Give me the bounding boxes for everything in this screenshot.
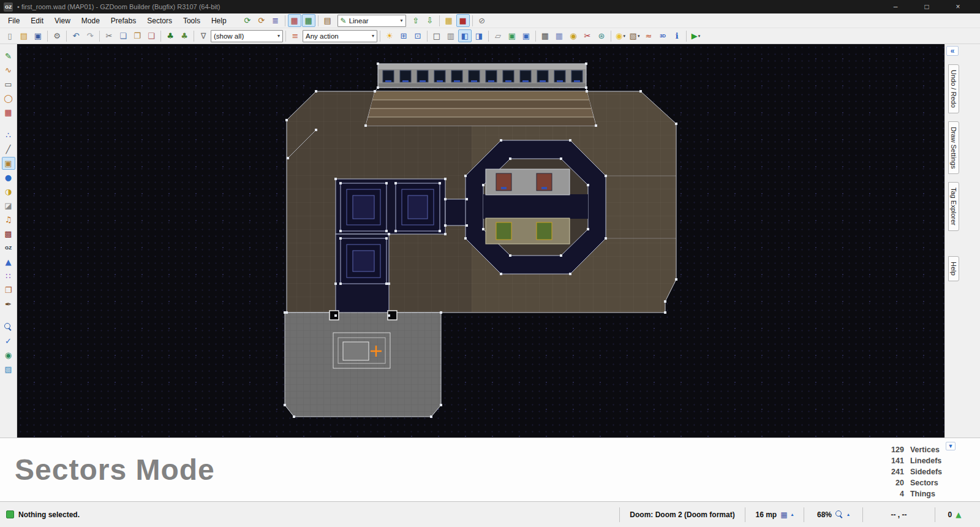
maximize-button[interactable]: □ — [913, 0, 940, 13]
map-stairs[interactable] — [366, 91, 596, 126]
split-sectors-icon[interactable]: ✂ — [581, 29, 594, 42]
minimize-button[interactable]: – — [882, 0, 909, 13]
draw-grid-mode-icon[interactable]: ▦ — [2, 106, 15, 119]
close-button[interactable]: × — [944, 0, 971, 13]
view-globe-icon[interactable]: ◉ — [2, 349, 15, 362]
sectors-mode-icon[interactable]: ▣ — [2, 157, 15, 170]
brightness-toggle-icon[interactable]: ☀ — [383, 29, 396, 42]
warnings-status[interactable]: 0 ▲ — [935, 507, 974, 522]
filter-funnel-icon[interactable]: ∇ — [197, 29, 210, 42]
test-map-button[interactable]: ▶▾ — [689, 29, 703, 42]
linedefs-mode-icon[interactable]: ╱ — [2, 143, 15, 156]
floor-ceiling-mode-icon[interactable]: ◪ — [2, 199, 15, 212]
info-panel-toggle[interactable]: ℹ — [670, 29, 684, 42]
draw-pen-icon[interactable]: ✒ — [2, 298, 15, 311]
find-replace-icon[interactable] — [2, 320, 15, 333]
draw-curve-mode-icon[interactable]: ∿ — [2, 64, 15, 77]
map-canvas[interactable] — [17, 44, 944, 438]
slope-3d-icon[interactable]: 3D — [656, 29, 669, 42]
full-brightness-toggle[interactable]: ▦ — [442, 14, 456, 27]
grid-size-stepper[interactable]: ▴ — [791, 512, 794, 517]
menu-view[interactable]: View — [49, 15, 76, 27]
attach-clip-icon[interactable]: ⊘ — [475, 14, 489, 27]
filter-combo[interactable]: (show all)▾ — [211, 30, 283, 42]
color-picker-icon[interactable]: ▨ — [2, 363, 15, 376]
grid-size-status[interactable]: 16 mp ▦ ▴ — [745, 507, 804, 522]
texture-grid-alt-icon[interactable]: ▦ — [552, 29, 566, 42]
map-sector-octagon-ring[interactable] — [466, 140, 606, 274]
copy-icon[interactable]: ❏ — [116, 29, 130, 42]
menu-help[interactable]: Help — [206, 15, 232, 27]
script-editor-icon[interactable]: ≣ — [269, 14, 282, 27]
map-structure-top-wall[interactable] — [375, 64, 587, 91]
side-tab-help[interactable]: Help — [948, 256, 959, 281]
action-combo-arrow[interactable]: ▾ — [372, 33, 374, 39]
fog-render-toggle[interactable]: ≈ — [642, 29, 655, 42]
sound-propagation-mode-icon[interactable]: ♫ — [2, 213, 15, 226]
paste-properties-icon[interactable]: ❐ — [2, 284, 15, 297]
grid-setup-icon[interactable]: ⊞ — [397, 29, 410, 42]
collapse-panel-button[interactable]: « — [946, 46, 959, 56]
sky-render-toggle[interactable]: ■ — [456, 14, 470, 27]
open-map-icon[interactable]: ▤ — [17, 29, 31, 42]
flip-selection-forward-icon[interactable]: ⇧ — [409, 14, 423, 27]
auto-align-icon[interactable]: ⊛ — [595, 29, 608, 42]
menu-edit[interactable]: Edit — [25, 15, 49, 27]
view-ceiling-textures-icon[interactable]: ◨ — [472, 29, 486, 42]
side-tab-draw-settings[interactable]: Draw Settings — [948, 121, 959, 174]
side-tab-tag-explorer[interactable]: Tag Explorer — [948, 182, 959, 231]
curve-interpolation-combo[interactable]: ✎Linear▾ — [337, 15, 406, 27]
dynamic-lights-toggle[interactable]: ◉▾ — [614, 29, 627, 42]
filter-combo-arrow[interactable]: ▾ — [277, 33, 280, 39]
dynamic-lights-toggle-arrow[interactable]: ▾ — [623, 34, 625, 39]
highlight-toggle-icon[interactable]: ◉ — [567, 29, 580, 42]
reload-textures-icon[interactable]: ⟳ — [255, 14, 268, 27]
menu-prefabs[interactable]: Prefabs — [105, 15, 141, 27]
menu-sectors[interactable]: Sectors — [141, 15, 178, 27]
new-map-icon[interactable]: ▯ — [3, 29, 17, 42]
brightness-mode-icon[interactable]: ◑ — [2, 185, 15, 198]
map-analysis-icon[interactable]: ✓ — [2, 335, 15, 347]
snap-merge-icon[interactable]: ▣ — [519, 29, 533, 42]
expand-info-button[interactable]: ▼ — [946, 442, 956, 450]
snap-to-grid-toggle[interactable]: ▦ — [288, 14, 301, 27]
snap-to-things-toggle[interactable]: ▦ — [302, 14, 315, 27]
draw-ellipse-mode-icon[interactable]: ◯ — [2, 92, 15, 105]
things-filter-icon[interactable]: ♣ — [164, 29, 177, 42]
terrain-mode-icon[interactable]: ▲ — [2, 256, 15, 268]
undo-icon[interactable]: ↶ — [69, 29, 83, 42]
grid-snap-icon[interactable]: ⊡ — [411, 29, 424, 42]
copy-properties-icon[interactable]: ∷ — [2, 270, 15, 282]
test-map-button-arrow[interactable]: ▾ — [698, 34, 701, 39]
view-brightness-icon[interactable]: ▥ — [444, 29, 458, 42]
linedefs-filter-icon[interactable]: ♣ — [178, 29, 191, 42]
vertices-mode-icon[interactable]: ∴ — [2, 129, 15, 142]
flip-selection-backward-icon[interactable]: ⇩ — [423, 14, 437, 27]
edit-selection-icon[interactable]: ▱ — [491, 29, 505, 42]
draw-rectangle-mode-icon[interactable]: ▭ — [2, 78, 15, 91]
sound-environment-mode-icon[interactable]: ▩ — [2, 227, 15, 240]
action-category-icon[interactable]: ≡ — [288, 29, 302, 42]
side-tab-undo-redo[interactable]: Undo / Redo — [948, 64, 959, 113]
map-sector-start-room[interactable] — [285, 313, 441, 417]
zoom-status[interactable]: 68% ▴ — [804, 507, 862, 522]
merge-geometry-icon[interactable]: ▤ — [321, 14, 334, 27]
paste-special-icon[interactable]: ❑ — [145, 29, 158, 42]
redo-icon[interactable]: ↷ — [83, 29, 97, 42]
insert-prefab-icon[interactable]: ▣ — [505, 29, 519, 42]
gzdoom-effects-icon[interactable]: GZ — [2, 241, 15, 254]
menu-mode[interactable]: Mode — [76, 15, 105, 27]
texture-grid-icon[interactable]: ▦ — [538, 29, 552, 42]
menu-file[interactable]: File — [2, 15, 25, 27]
paste-icon[interactable]: ❐ — [130, 29, 144, 42]
draw-lines-mode-icon[interactable]: ✎ — [2, 50, 15, 63]
map-options-icon[interactable]: ⚙ — [50, 29, 64, 42]
save-map-icon[interactable]: ▣ — [31, 29, 45, 42]
view-wireframe-icon[interactable]: □ — [430, 29, 443, 42]
models-render-toggle[interactable]: ▧▾ — [628, 29, 641, 42]
zoom-stepper[interactable]: ▴ — [847, 512, 850, 517]
view-floor-textures-icon[interactable]: ◧ — [458, 29, 472, 42]
models-render-toggle-arrow[interactable]: ▾ — [638, 34, 640, 39]
action-combo[interactable]: Any action▾ — [303, 30, 377, 42]
things-mode-icon[interactable]: ● — [2, 171, 15, 184]
